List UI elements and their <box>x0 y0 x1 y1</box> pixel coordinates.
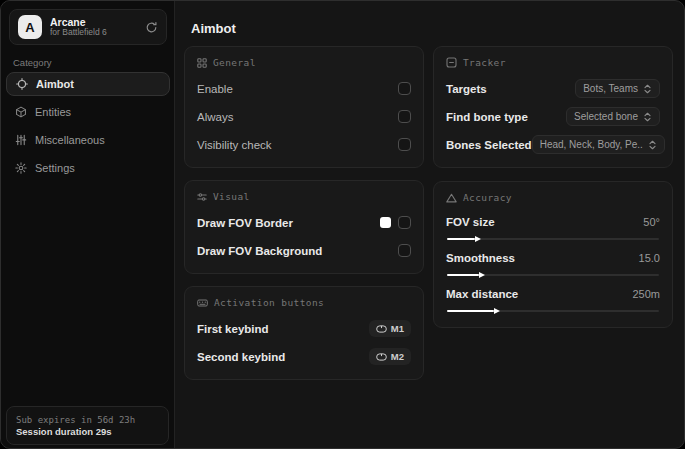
setting-row-targets: Targets Bots, Teams <box>446 78 660 99</box>
draw-fov-background-checkbox[interactable] <box>398 244 411 257</box>
general-card: General Enable Always Visibility check <box>184 46 424 168</box>
slider-thumb[interactable] <box>475 236 481 242</box>
setting-row-smoothness: Smoothness 15.0 <box>446 249 660 267</box>
second-keybind-button[interactable]: M2 <box>369 348 411 365</box>
setting-label: FOV size <box>446 216 643 228</box>
setting-row-visibility-check: Visibility check <box>197 134 411 155</box>
refresh-icon[interactable] <box>145 21 158 34</box>
tracker-card: Tracker Targets Bots, Teams Find bone ty… <box>433 46 673 168</box>
setting-row-bones-selected: Bones Selected Head, Neck, Body, Pe.. <box>446 134 660 155</box>
sidebar-item-miscellaneous[interactable]: Miscellaneous <box>6 128 170 152</box>
mouse-icon <box>376 353 387 361</box>
sidebar-item-entities[interactable]: Entities <box>6 100 170 124</box>
find-bone-type-dropdown[interactable]: Selected bone <box>566 107 660 126</box>
slider-fill <box>447 310 494 312</box>
slider-fill <box>447 274 479 276</box>
visual-card: Visual Draw FOV Border Draw FOV Backgrou… <box>184 180 424 274</box>
targets-dropdown[interactable]: Bots, Teams <box>575 79 660 98</box>
sidebar-item-settings[interactable]: Settings <box>6 156 170 180</box>
page-title: Aimbot <box>191 21 236 36</box>
fov-size-value: 50° <box>643 216 660 228</box>
visual-card-title: Visual <box>197 191 411 202</box>
app-subtitle: for Battlefield 6 <box>50 28 137 38</box>
sub-expires-text: Sub expires in 56d 23h <box>16 415 159 425</box>
sidebar-item-label: Entities <box>35 106 71 118</box>
activation-buttons-card: Activation buttons First keybind M1 Seco… <box>184 286 424 380</box>
setting-label: Max distance <box>446 288 632 300</box>
crosshair-icon <box>16 78 28 90</box>
mouse-icon <box>376 325 387 333</box>
app-window: A Arcane for Battlefield 6 Category Aimb… <box>0 0 685 449</box>
setting-row-always: Always <box>197 106 411 127</box>
first-keybind-button[interactable]: M1 <box>369 320 411 337</box>
bones-selected-dropdown[interactable]: Head, Neck, Body, Pe.. <box>532 135 665 154</box>
app-logo: A <box>18 15 42 39</box>
keyboard-icon <box>197 298 208 308</box>
right-column: Tracker Targets Bots, Teams Find bone ty… <box>433 46 673 328</box>
setting-label: Enable <box>197 83 398 95</box>
smoothness-slider[interactable] <box>447 274 659 276</box>
draw-fov-border-checkbox[interactable] <box>398 216 411 229</box>
enable-checkbox[interactable] <box>398 82 411 95</box>
setting-label: Always <box>197 111 398 123</box>
setting-row-max-distance: Max distance 250m <box>446 285 660 303</box>
setting-label: Bones Selected <box>446 139 532 151</box>
setting-row-draw-fov-border: Draw FOV Border <box>197 212 411 233</box>
setting-row-second-keybind: Second keybind M2 <box>197 346 411 367</box>
max-distance-value: 250m <box>632 288 660 300</box>
setting-row-first-keybind: First keybind M1 <box>197 318 411 339</box>
slider-thumb[interactable] <box>479 272 485 278</box>
sidebar-nav: Aimbot Entities Miscellaneous <box>6 72 170 180</box>
sidebar: A Arcane for Battlefield 6 Category Aimb… <box>1 1 175 448</box>
setting-row-enable: Enable <box>197 78 411 99</box>
sliders-icon <box>15 134 27 146</box>
setting-label: Targets <box>446 83 575 95</box>
gear-icon <box>15 162 27 174</box>
slider-thumb[interactable] <box>494 308 500 314</box>
accuracy-card: Accuracy FOV size 50° Smoothness 15.0 <box>433 181 673 328</box>
setting-label: Draw FOV Background <box>197 245 398 257</box>
sidebar-item-label: Miscellaneous <box>35 134 105 146</box>
accuracy-card-title: Accuracy <box>446 192 660 203</box>
sidebar-item-aimbot[interactable]: Aimbot <box>6 72 170 96</box>
unfold-icon <box>643 84 652 94</box>
left-column: General Enable Always Visibility check <box>184 46 424 380</box>
cube-icon <box>15 106 27 118</box>
category-label: Category <box>13 57 52 68</box>
smoothness-value: 15.0 <box>639 252 660 264</box>
unfold-icon <box>643 112 652 122</box>
grid-icon <box>197 58 207 68</box>
sidebar-item-label: Aimbot <box>36 78 74 90</box>
setting-label: Second keybind <box>197 351 369 363</box>
tracker-card-title: Tracker <box>446 57 660 68</box>
fov-size-slider[interactable] <box>447 238 659 240</box>
setting-label: Find bone type <box>446 111 566 123</box>
fov-border-color-swatch[interactable] <box>380 217 391 228</box>
setting-row-draw-fov-background: Draw FOV Background <box>197 240 411 261</box>
general-card-title: General <box>197 57 411 68</box>
box-minus-icon <box>446 57 457 68</box>
visibility-check-checkbox[interactable] <box>398 138 411 151</box>
brand-card: A Arcane for Battlefield 6 <box>9 9 167 45</box>
brand-text: Arcane for Battlefield 6 <box>50 16 137 38</box>
sidebar-item-label: Settings <box>35 162 75 174</box>
slider-fill <box>447 238 475 240</box>
setting-label: Smoothness <box>446 252 639 264</box>
max-distance-slider[interactable] <box>447 310 659 312</box>
activation-card-title: Activation buttons <box>197 297 411 308</box>
unfold-icon <box>648 140 657 150</box>
setting-label: Visibility check <box>197 139 398 151</box>
setting-row-find-bone-type: Find bone type Selected bone <box>446 106 660 127</box>
setting-row-fov-size: FOV size 50° <box>446 213 660 231</box>
session-duration-text: Session duration 29s <box>16 426 159 437</box>
always-checkbox[interactable] <box>398 110 411 123</box>
setting-label: First keybind <box>197 323 369 335</box>
horizontal-sliders-icon <box>197 192 207 202</box>
subscription-status-card: Sub expires in 56d 23h Session duration … <box>6 406 169 445</box>
triangle-icon <box>446 193 457 203</box>
setting-label: Draw FOV Border <box>197 217 380 229</box>
